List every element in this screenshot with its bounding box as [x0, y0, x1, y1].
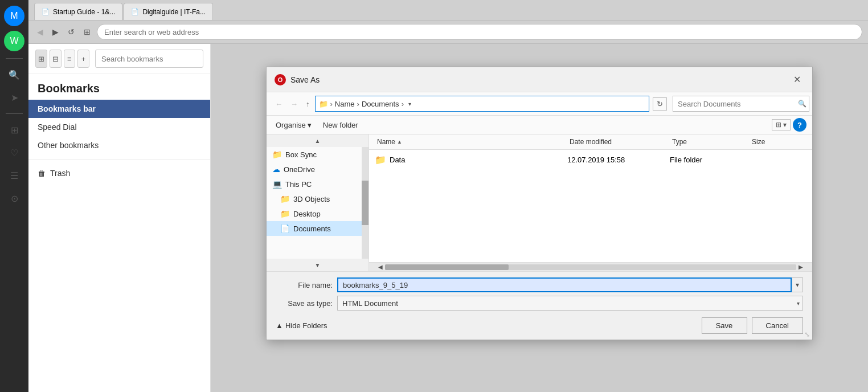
bookmarks-divider — [28, 159, 210, 160]
save-button[interactable]: Save — [702, 317, 747, 334]
dialog-title: Save As — [290, 75, 785, 84]
tab-1[interactable]: 📄 Startup Guide - 1&... — [34, 3, 122, 20]
file-date: 12.07.2019 15:58 — [567, 156, 670, 164]
dialog-footer: File name: ▾ Save as type: — [267, 271, 812, 340]
filename-input-wrap: ▾ — [337, 277, 803, 292]
browser-toolbar: ◀ ▶ ↺ ⊞ — [28, 21, 868, 44]
help-button[interactable]: ? — [793, 118, 806, 132]
bookmarks-toolbar: ⊞ ⊟ ≡ + — [28, 44, 210, 74]
dialog-overlay: O Save As ✕ ← → ↑ 📁 — [211, 44, 868, 392]
box-sync-icon: 📁 — [272, 150, 282, 159]
hscroll-track — [385, 264, 796, 270]
nav-item-3d-objects[interactable]: 📁 3D Objects — [267, 191, 369, 206]
save-as-dialog: O Save As ✕ ← → ↑ 📁 — [266, 67, 813, 340]
path-dropdown-button[interactable]: ▾ — [406, 101, 413, 107]
view-toggle-button[interactable]: ⊞ ▾ — [772, 119, 791, 130]
new-folder-button[interactable]: New folder — [320, 119, 362, 131]
path-this-pc[interactable]: Name — [335, 100, 355, 108]
filename-input[interactable] — [337, 277, 792, 292]
hscroll-left-arrow[interactable]: ◀ — [378, 264, 383, 270]
table-row[interactable]: 📁 Data 12.07.2019 15:58 File folder — [369, 152, 812, 168]
dialog-body: ▲ 📁 Box Sync ☁ OneDrive — [267, 134, 812, 271]
nav-scrollbar-thumb — [362, 181, 369, 225]
dialog-search-input[interactable] — [673, 96, 809, 112]
bm-lines-btn[interactable]: ≡ — [64, 50, 76, 68]
grid-icon-button[interactable]: ⊞ — [81, 26, 93, 38]
sidebar-item-other-bookmarks[interactable]: Other bookmarks — [28, 136, 210, 154]
messenger-icon[interactable]: M — [4, 6, 24, 26]
file-name-cell: 📁 Data — [375, 154, 567, 165]
organise-button[interactable]: Organise ▾ — [272, 119, 315, 131]
dialog-up-button[interactable]: ↑ — [303, 98, 313, 110]
nav-item-box-sync[interactable]: 📁 Box Sync — [267, 147, 369, 162]
dialog-search-icon: 🔍 — [798, 100, 806, 108]
menu-sidebar-icon[interactable]: ☰ — [5, 166, 23, 185]
dialog-file-pane: Name ▲ Date modified Type — [369, 134, 812, 271]
send-icon[interactable]: ➤ — [5, 88, 23, 107]
nav-scroll-up[interactable]: ▲ — [267, 134, 369, 147]
tab-1-label: Startup Guide - 1&... — [53, 8, 115, 16]
trash-item[interactable]: 🗑 Trash — [28, 164, 210, 182]
whatsapp-icon[interactable]: W — [4, 31, 24, 51]
back-button[interactable]: ◀ — [34, 26, 46, 38]
header-name[interactable]: Name ▲ — [375, 137, 567, 147]
savetype-label: Save as type: — [276, 299, 333, 308]
header-type[interactable]: Type — [670, 137, 750, 147]
this-pc-icon: 💻 — [272, 179, 282, 189]
trash-icon: 🗑 — [38, 169, 46, 178]
filename-dropdown-arrow[interactable]: ▾ — [792, 277, 803, 292]
sidebar-divider2 — [6, 113, 23, 114]
address-bar[interactable] — [97, 24, 862, 40]
bm-list-btn[interactable]: ⊟ — [50, 50, 62, 68]
nav-item-documents[interactable]: 📄 Documents — [267, 221, 369, 236]
desktop-icon: 📁 — [280, 209, 290, 218]
hide-folders-button[interactable]: ▲ Hide Folders — [276, 321, 327, 330]
tab-2-label: Digitalguide | IT-Fa... — [142, 8, 206, 16]
horizontal-scrollbar[interactable]: ◀ ▶ — [369, 262, 812, 271]
content-area: ⊞ ⊟ ≡ + Bookmarks Bookmarks bar Speed Di… — [28, 44, 868, 392]
tabs-bar: 📄 Startup Guide - 1&... 📄 Digitalguide |… — [28, 0, 868, 21]
sidebar-item-speed-dial[interactable]: Speed Dial — [28, 118, 210, 136]
nav-item-desktop[interactable]: 📁 Desktop — [267, 206, 369, 221]
header-date[interactable]: Date modified — [567, 137, 670, 147]
documents-icon: 📄 — [280, 224, 290, 233]
dialog-toolbar2: Organise ▾ New folder ⊞ ▾ ? — [267, 116, 812, 134]
dialog-refresh-button[interactable]: ↻ — [653, 97, 667, 111]
filename-row: File name: ▾ — [276, 277, 803, 292]
dialog-footer-buttons: ▲ Hide Folders Save Cancel — [276, 317, 803, 334]
hscroll-right-arrow[interactable]: ▶ — [799, 264, 803, 270]
grid-sidebar-icon[interactable]: ⊞ — [5, 121, 23, 139]
hscroll-thumb — [385, 264, 509, 270]
dialog-forward-button[interactable]: → — [288, 98, 301, 110]
tab-2[interactable]: 📄 Digitalguide | IT-Fa... — [124, 3, 213, 20]
nav-item-this-pc[interactable]: 💻 This PC — [267, 177, 369, 191]
forward-button[interactable]: ▶ — [50, 26, 62, 38]
savetype-select-wrap: HTML Document ▾ — [337, 296, 803, 311]
clock-icon[interactable]: ⊙ — [5, 189, 23, 207]
resize-handle[interactable]: ⤡ — [804, 330, 810, 338]
file-folder-icon: 📁 — [375, 154, 386, 165]
path-documents[interactable]: Documents — [362, 100, 399, 108]
path-icon: 📁 — [319, 100, 328, 108]
bm-grid-btn[interactable]: ⊞ — [35, 50, 47, 68]
onedrive-icon: ☁ — [272, 165, 280, 174]
reload-button[interactable]: ↺ — [65, 26, 77, 38]
file-list-body: 📁 Data 12.07.2019 15:58 File folder — [369, 150, 812, 262]
filename-label: File name: — [276, 281, 333, 289]
nav-item-onedrive[interactable]: ☁ OneDrive — [267, 162, 369, 177]
bookmarks-search[interactable] — [95, 50, 203, 68]
search-sidebar-icon[interactable]: 🔍 — [5, 66, 23, 84]
dialog-footer-fields: File name: ▾ Save as type: — [276, 277, 803, 311]
sidebar-item-bookmarks-bar[interactable]: Bookmarks bar — [28, 100, 210, 118]
dialog-close-button[interactable]: ✕ — [790, 73, 804, 86]
this-pc-label: This PC — [285, 180, 312, 189]
header-size[interactable]: Size — [750, 137, 806, 147]
savetype-select[interactable]: HTML Document — [337, 296, 803, 311]
heart-icon[interactable]: ♡ — [5, 144, 23, 162]
dialog-back-button[interactable]: ← — [272, 98, 285, 110]
nav-scrollbar[interactable] — [362, 147, 369, 259]
nav-scroll-down[interactable]: ▼ — [267, 259, 369, 271]
dialog-titlebar: O Save As ✕ — [267, 67, 812, 92]
bm-add-btn[interactable]: + — [77, 50, 89, 68]
cancel-button[interactable]: Cancel — [752, 317, 803, 334]
